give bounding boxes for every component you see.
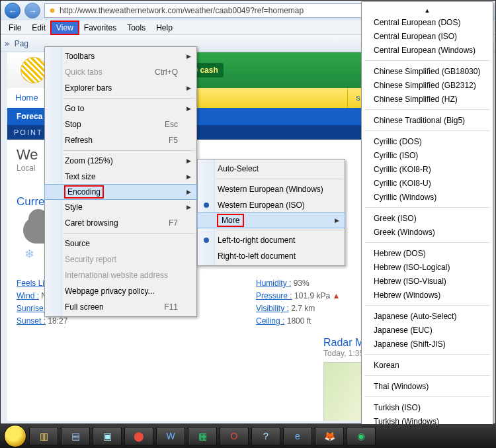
enc-auto[interactable]: Auto-Select: [198, 161, 345, 177]
nav-home[interactable]: Home: [7, 88, 47, 108]
enc-item[interactable]: Central European (ISO): [362, 29, 493, 43]
enc-item[interactable]: Korean: [362, 358, 493, 372]
mi-textsize[interactable]: Text size▶: [45, 169, 196, 185]
start-button[interactable]: [4, 425, 26, 447]
back-button[interactable]: ←: [5, 3, 21, 19]
task-question[interactable]: ?: [251, 427, 280, 445]
enc-we-win[interactable]: Western European (Windows): [198, 181, 345, 197]
cmdbar-chevrons[interactable]: »: [5, 39, 9, 48]
menu-help[interactable]: Help: [151, 21, 178, 34]
enc-item[interactable]: Cyrillic (KOI8-R): [362, 162, 493, 176]
enc-item[interactable]: Chinese Traditional (Big5): [362, 113, 493, 127]
menu-tools[interactable]: Tools: [122, 21, 151, 34]
menu-file[interactable]: File: [3, 21, 26, 34]
mi-refresh[interactable]: RefreshF5: [45, 132, 196, 148]
enc-item[interactable]: Chinese Simplified (GB2312): [362, 78, 493, 92]
enc-item[interactable]: Cyrillic (KOI8-U): [362, 176, 493, 190]
task-excel[interactable]: ▦: [188, 427, 217, 445]
enc-item[interactable]: Chinese Simplified (HZ): [362, 92, 493, 106]
task-media[interactable]: ⬤: [124, 427, 153, 445]
mi-source[interactable]: Source: [45, 236, 196, 251]
enc-item[interactable]: Hebrew (ISO-Logical): [362, 260, 493, 274]
mi-style[interactable]: Style▶: [45, 199, 196, 215]
enc-we-iso[interactable]: Western European (ISO): [198, 197, 345, 213]
task-ie[interactable]: e: [283, 427, 312, 445]
mi-explorerbars[interactable]: Explorer bars▶: [45, 80, 196, 96]
enc-more[interactable]: More▶: [197, 212, 345, 228]
taskbar: ▥ ▤ ▣ ⬤ W ▦ O ? e 🦊 ◉: [0, 424, 496, 448]
enc-ltr[interactable]: Left-to-right document: [198, 232, 345, 248]
enc-item[interactable]: Central European (Windows): [362, 43, 493, 57]
enc-item[interactable]: Hebrew (Windows): [362, 288, 493, 302]
task-firefox[interactable]: 🦊: [315, 427, 344, 445]
task-chrome[interactable]: ◉: [347, 427, 376, 445]
mi-privacy[interactable]: Webpage privacy policy...: [45, 283, 196, 299]
mi-caret[interactable]: Caret browsingF7: [45, 215, 196, 231]
mi-toolbars[interactable]: Toolbars▶: [45, 48, 196, 64]
mi-quicktabs[interactable]: Quick tabsCtrl+Q: [45, 64, 196, 80]
encoding-list: ▲ Central European (DOS)Central European…: [361, 1, 493, 448]
scroll-up-arrow[interactable]: ▲: [362, 6, 493, 15]
enc-item[interactable]: Cyrillic (Windows): [362, 190, 493, 204]
task-opera[interactable]: O: [220, 427, 249, 445]
mi-fullscreen[interactable]: Full screenF11: [45, 299, 196, 315]
mi-encoding[interactable]: Encoding▶: [44, 184, 197, 200]
address-bar[interactable]: http://www.theweathernetwork.com/weather…: [44, 3, 386, 18]
enc-item[interactable]: Japanese (EUC): [362, 323, 493, 337]
view-dropdown: Toolbars▶ Quick tabsCtrl+Q Explorer bars…: [44, 46, 197, 317]
menu-favorites[interactable]: Favorites: [79, 21, 122, 34]
enc-item[interactable]: Japanese (Shift-JIS): [362, 337, 493, 351]
forward-button[interactable]: →: [24, 3, 40, 19]
encoding-submenu: Auto-Select Western European (Windows) W…: [197, 159, 345, 266]
enc-item[interactable]: Cyrillic (DOS): [362, 134, 493, 148]
mi-stop[interactable]: StopEsc: [45, 116, 196, 132]
mi-intl[interactable]: International website address: [45, 267, 196, 283]
cmdbar-page[interactable]: Pag: [15, 39, 28, 48]
subnav-forecast[interactable]: Foreca: [17, 112, 42, 121]
enc-item[interactable]: Japanese (Auto-Select): [362, 309, 493, 323]
enc-item[interactable]: Central European (DOS): [362, 15, 493, 29]
task-word[interactable]: W: [156, 427, 185, 445]
task-generic1[interactable]: ▤: [61, 427, 90, 445]
mi-goto[interactable]: Go to▶: [45, 101, 196, 116]
site-favicon: [48, 6, 57, 15]
enc-item[interactable]: Hebrew (ISO-Visual): [362, 274, 493, 288]
menu-view[interactable]: View: [51, 21, 79, 34]
url-text: http://www.theweathernetwork.com/weather…: [60, 6, 304, 15]
enc-item[interactable]: Chinese Simplified (GB18030): [362, 64, 493, 78]
enc-item[interactable]: Greek (ISO): [362, 211, 493, 225]
enc-item[interactable]: Greek (Windows): [362, 225, 493, 239]
enc-item[interactable]: Turkish (ISO): [362, 400, 493, 414]
task-generic2[interactable]: ▣: [93, 427, 122, 445]
menu-edit[interactable]: Edit: [26, 21, 51, 34]
enc-rtl[interactable]: Right-to-left document: [198, 248, 345, 264]
mi-security[interactable]: Security report: [45, 251, 196, 267]
enc-item[interactable]: Hebrew (DOS): [362, 246, 493, 260]
enc-item[interactable]: Cyrillic (ISO): [362, 148, 493, 162]
enc-item[interactable]: Thai (Windows): [362, 379, 493, 393]
mi-zoom[interactable]: Zoom (125%)▶: [45, 153, 196, 169]
task-explorer[interactable]: ▥: [29, 427, 58, 445]
